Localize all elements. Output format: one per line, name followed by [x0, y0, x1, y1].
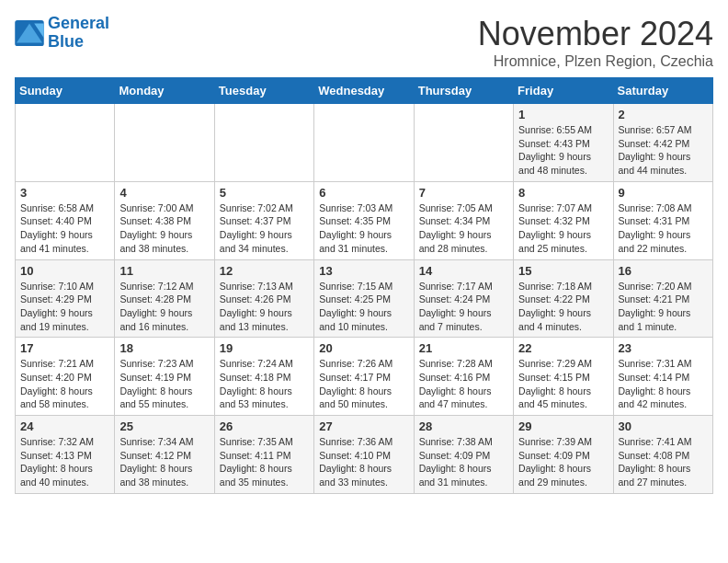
calendar-cell: 10Sunrise: 7:10 AM Sunset: 4:29 PM Dayli…	[16, 259, 115, 338]
day-number: 23	[619, 341, 708, 355]
day-info: Sunrise: 7:15 AM Sunset: 4:25 PM Dayligh…	[319, 280, 408, 334]
day-number: 21	[419, 341, 508, 355]
calendar-week-2: 3Sunrise: 6:58 AM Sunset: 4:40 PM Daylig…	[16, 181, 713, 259]
day-number: 15	[518, 264, 608, 278]
day-info: Sunrise: 7:39 AM Sunset: 4:09 PM Dayligh…	[518, 435, 608, 489]
calendar-cell: 8Sunrise: 7:07 AM Sunset: 4:32 PM Daylig…	[514, 181, 613, 259]
day-number: 4	[119, 186, 209, 200]
calendar-cell: 23Sunrise: 7:31 AM Sunset: 4:14 PM Dayli…	[613, 338, 712, 416]
day-info: Sunrise: 7:05 AM Sunset: 4:34 PM Dayligh…	[419, 201, 508, 256]
day-number: 10	[20, 264, 109, 278]
calendar-cell: 11Sunrise: 7:12 AM Sunset: 4:28 PM Dayli…	[115, 259, 214, 338]
calendar-cell: 15Sunrise: 7:18 AM Sunset: 4:22 PM Dayli…	[514, 259, 613, 338]
day-number: 16	[619, 264, 708, 278]
calendar-week-4: 17Sunrise: 7:21 AM Sunset: 4:20 PM Dayli…	[16, 338, 713, 416]
calendar-week-3: 10Sunrise: 7:10 AM Sunset: 4:29 PM Dayli…	[16, 259, 713, 338]
calendar-cell: 22Sunrise: 7:29 AM Sunset: 4:15 PM Dayli…	[514, 338, 613, 416]
location-title: Hromnice, Plzen Region, Czechia	[478, 53, 713, 70]
day-info: Sunrise: 7:36 AM Sunset: 4:10 PM Dayligh…	[319, 435, 408, 489]
day-info: Sunrise: 7:20 AM Sunset: 4:21 PM Dayligh…	[619, 280, 708, 334]
day-number: 30	[619, 419, 708, 433]
calendar-cell: 19Sunrise: 7:24 AM Sunset: 4:18 PM Dayli…	[214, 338, 313, 416]
calendar-cell: 9Sunrise: 7:08 AM Sunset: 4:31 PM Daylig…	[613, 181, 712, 259]
day-number: 19	[220, 341, 309, 355]
day-number: 26	[220, 419, 309, 433]
calendar-cell: 16Sunrise: 7:20 AM Sunset: 4:21 PM Dayli…	[613, 259, 712, 338]
month-title: November 2024	[478, 15, 713, 53]
day-info: Sunrise: 7:24 AM Sunset: 4:18 PM Dayligh…	[220, 357, 309, 411]
calendar-cell	[314, 104, 414, 182]
day-number: 18	[119, 341, 209, 355]
day-info: Sunrise: 6:57 AM Sunset: 4:42 PM Dayligh…	[619, 123, 708, 178]
day-info: Sunrise: 7:29 AM Sunset: 4:15 PM Dayligh…	[518, 357, 608, 411]
calendar-cell: 5Sunrise: 7:02 AM Sunset: 4:37 PM Daylig…	[214, 181, 313, 259]
calendar-cell: 13Sunrise: 7:15 AM Sunset: 4:25 PM Dayli…	[314, 259, 414, 338]
calendar-cell: 6Sunrise: 7:03 AM Sunset: 4:35 PM Daylig…	[314, 181, 414, 259]
weekday-header-thursday: Thursday	[414, 78, 513, 104]
weekday-header-wednesday: Wednesday	[314, 78, 414, 104]
day-number: 17	[20, 341, 109, 355]
day-info: Sunrise: 7:02 AM Sunset: 4:37 PM Dayligh…	[220, 201, 309, 256]
calendar-cell: 28Sunrise: 7:38 AM Sunset: 4:09 PM Dayli…	[414, 416, 513, 494]
calendar-cell: 14Sunrise: 7:17 AM Sunset: 4:24 PM Dayli…	[414, 259, 513, 338]
day-number: 20	[319, 341, 408, 355]
day-info: Sunrise: 7:21 AM Sunset: 4:20 PM Dayligh…	[20, 357, 109, 411]
day-info: Sunrise: 7:08 AM Sunset: 4:31 PM Dayligh…	[619, 201, 708, 256]
weekday-header-monday: Monday	[115, 78, 214, 104]
calendar-cell: 2Sunrise: 6:57 AM Sunset: 4:42 PM Daylig…	[613, 104, 712, 182]
calendar-cell: 21Sunrise: 7:28 AM Sunset: 4:16 PM Dayli…	[414, 338, 513, 416]
weekday-header-tuesday: Tuesday	[214, 78, 313, 104]
day-info: Sunrise: 7:26 AM Sunset: 4:17 PM Dayligh…	[319, 357, 408, 411]
calendar: SundayMondayTuesdayWednesdayThursdayFrid…	[15, 77, 713, 494]
day-info: Sunrise: 7:32 AM Sunset: 4:13 PM Dayligh…	[20, 435, 109, 489]
calendar-cell: 18Sunrise: 7:23 AM Sunset: 4:19 PM Dayli…	[115, 338, 214, 416]
logo-icon	[15, 20, 44, 46]
day-number: 14	[419, 264, 508, 278]
calendar-cell: 12Sunrise: 7:13 AM Sunset: 4:26 PM Dayli…	[214, 259, 313, 338]
day-number: 3	[20, 186, 109, 200]
day-number: 1	[518, 108, 608, 121]
logo: General Blue	[15, 15, 109, 52]
day-info: Sunrise: 7:13 AM Sunset: 4:26 PM Dayligh…	[220, 280, 309, 334]
weekday-header-saturday: Saturday	[613, 78, 712, 104]
calendar-week-5: 24Sunrise: 7:32 AM Sunset: 4:13 PM Dayli…	[16, 416, 713, 494]
calendar-cell: 26Sunrise: 7:35 AM Sunset: 4:11 PM Dayli…	[214, 416, 313, 494]
day-number: 6	[319, 186, 408, 200]
day-info: Sunrise: 7:34 AM Sunset: 4:12 PM Dayligh…	[119, 435, 209, 489]
day-number: 2	[619, 108, 708, 121]
title-area: November 2024 Hromnice, Plzen Region, Cz…	[478, 15, 713, 70]
day-info: Sunrise: 6:55 AM Sunset: 4:43 PM Dayligh…	[518, 123, 608, 178]
day-info: Sunrise: 7:18 AM Sunset: 4:22 PM Dayligh…	[518, 280, 608, 334]
day-number: 11	[119, 264, 209, 278]
day-number: 5	[220, 186, 309, 200]
day-info: Sunrise: 7:12 AM Sunset: 4:28 PM Dayligh…	[119, 280, 209, 334]
weekday-header-friday: Friday	[514, 78, 613, 104]
calendar-cell: 27Sunrise: 7:36 AM Sunset: 4:10 PM Dayli…	[314, 416, 414, 494]
day-number: 28	[419, 419, 508, 433]
weekday-header-row: SundayMondayTuesdayWednesdayThursdayFrid…	[16, 78, 713, 104]
day-number: 13	[319, 264, 408, 278]
calendar-cell: 17Sunrise: 7:21 AM Sunset: 4:20 PM Dayli…	[16, 338, 115, 416]
day-number: 27	[319, 419, 408, 433]
day-info: Sunrise: 7:00 AM Sunset: 4:38 PM Dayligh…	[119, 201, 209, 256]
day-number: 22	[518, 341, 608, 355]
day-number: 7	[419, 186, 508, 200]
day-info: Sunrise: 7:38 AM Sunset: 4:09 PM Dayligh…	[419, 435, 508, 489]
calendar-cell: 3Sunrise: 6:58 AM Sunset: 4:40 PM Daylig…	[16, 181, 115, 259]
calendar-cell: 20Sunrise: 7:26 AM Sunset: 4:17 PM Dayli…	[314, 338, 414, 416]
day-info: Sunrise: 7:03 AM Sunset: 4:35 PM Dayligh…	[319, 201, 408, 256]
day-number: 29	[518, 419, 608, 433]
calendar-cell: 29Sunrise: 7:39 AM Sunset: 4:09 PM Dayli…	[514, 416, 613, 494]
calendar-cell	[214, 104, 313, 182]
day-info: Sunrise: 7:35 AM Sunset: 4:11 PM Dayligh…	[220, 435, 309, 489]
day-number: 24	[20, 419, 109, 433]
day-info: Sunrise: 7:10 AM Sunset: 4:29 PM Dayligh…	[20, 280, 109, 334]
calendar-cell	[16, 104, 115, 182]
day-info: Sunrise: 7:23 AM Sunset: 4:19 PM Dayligh…	[119, 357, 209, 411]
day-number: 9	[619, 186, 708, 200]
day-info: Sunrise: 7:28 AM Sunset: 4:16 PM Dayligh…	[419, 357, 508, 411]
day-info: Sunrise: 6:58 AM Sunset: 4:40 PM Dayligh…	[20, 201, 109, 256]
day-info: Sunrise: 7:07 AM Sunset: 4:32 PM Dayligh…	[518, 201, 608, 256]
calendar-cell: 7Sunrise: 7:05 AM Sunset: 4:34 PM Daylig…	[414, 181, 513, 259]
calendar-cell	[414, 104, 513, 182]
